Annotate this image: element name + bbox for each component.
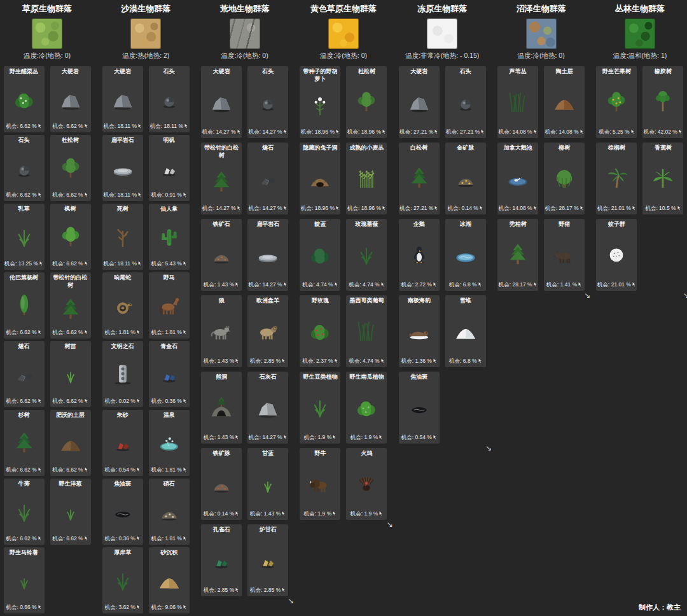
item-card[interactable]: 野生南瓜植物机会: 1.9 %: [346, 372, 387, 444]
item-card[interactable]: 大硬岩机会: 27.21 %: [399, 66, 440, 138]
item-card[interactable]: 蚊子群机会: 21.01 %: [596, 219, 637, 291]
item-card[interactable]: 雪堆机会: 6.8 %: [445, 295, 486, 367]
item-card[interactable]: 熊洞机会: 1.43 %: [201, 372, 242, 444]
item-card[interactable]: 青金石机会: 0.36 %: [149, 341, 190, 407]
item-card[interactable]: 伦巴第杨树机会: 6.62 %: [4, 272, 45, 339]
item-card[interactable]: 橡胶树机会: 42.02 %: [642, 66, 683, 138]
item-card[interactable]: 杉树机会: 6.62 %: [4, 410, 45, 476]
item-card[interactable]: 狼机会: 1.43 %: [201, 295, 242, 367]
item-card[interactable]: 野生马铃薯机会: 0.66 %: [4, 547, 45, 613]
item-card[interactable]: 扁平岩石机会: 18.11 %: [102, 135, 143, 201]
item-card[interactable]: 石头机会: 18.11 %: [149, 66, 190, 132]
item-card[interactable]: 火鸡机会: 1.9 %: [346, 448, 387, 520]
item-card[interactable]: 靛蓝机会: 4.74 %: [300, 219, 340, 291]
item-card[interactable]: 炉甘石机会: 2.85 %: [247, 524, 288, 596]
item-chance: 机会: 0.54 %: [401, 434, 432, 442]
item-card[interactable]: 墨西哥类葡萄机会: 4.74 %: [346, 295, 387, 367]
cursor-icon: [283, 205, 288, 213]
item-card[interactable]: 企鹅机会: 2.72 %: [399, 219, 440, 291]
item-card[interactable]: 乳草机会: 13.25 %: [4, 204, 45, 270]
item-card[interactable]: 野玫瑰机会: 2.37 %: [300, 295, 340, 367]
resize-handle-icon[interactable]: ↘: [387, 521, 393, 528]
item-card[interactable]: 香蕉树机会: 10.5 %: [642, 143, 683, 214]
item-card[interactable]: 野生醋栗丛机会: 6.62 %: [4, 66, 45, 132]
item-card[interactable]: 死树机会: 18.11 %: [102, 204, 143, 270]
item-card[interactable]: 甘蓝机会: 1.43 %: [247, 448, 288, 520]
item-name: 野玫瑰: [312, 297, 329, 305]
item-card[interactable]: 厚岸草机会: 3.62 %: [102, 547, 143, 613]
item-card[interactable]: 杜松树机会: 6.62 %: [50, 135, 91, 201]
item-card[interactable]: 铁矿石机会: 1.43 %: [201, 219, 242, 291]
item-card[interactable]: 棕榈树机会: 21.01 %: [596, 143, 637, 214]
item-card[interactable]: 牛蒡机会: 6.62 %: [4, 479, 45, 545]
item-card[interactable]: 焦油斑机会: 0.36 %: [102, 479, 143, 545]
item-card[interactable]: 响尾蛇机会: 1.81 %: [102, 272, 143, 339]
item-card[interactable]: 欧洲盘羊机会: 2.85 %: [247, 295, 288, 367]
item-card[interactable]: 焦油斑机会: 0.54 %: [399, 372, 440, 444]
item-card[interactable]: 扁平岩石机会: 14.27 %: [247, 219, 288, 291]
item-card[interactable]: 石灰石机会: 14.27 %: [247, 372, 288, 444]
resize-handle-icon[interactable]: ↘: [683, 291, 687, 299]
item-card[interactable]: 白松树机会: 27.21 %: [399, 143, 440, 214]
item-card[interactable]: 燧石机会: 6.62 %: [4, 341, 45, 407]
item-card[interactable]: 温泉机会: 1.81 %: [149, 410, 190, 476]
item-card[interactable]: 野生豆类植物机会: 1.9 %: [300, 372, 340, 444]
item-card[interactable]: 枫树机会: 6.62 %: [50, 204, 91, 270]
item-card[interactable]: 野马机会: 1.81 %: [149, 272, 190, 339]
item-card[interactable]: 肥沃的土层机会: 6.62 %: [50, 410, 91, 476]
item-card[interactable]: 成熟的小麦丛机会: 18.96 %: [346, 143, 387, 214]
item-name: 明矾: [163, 137, 175, 144]
item-card[interactable]: 硝石机会: 1.81 %: [149, 479, 190, 545]
item-card[interactable]: 隐藏的兔子洞机会: 18.96 %: [300, 143, 340, 214]
item-card[interactable]: 杜松树机会: 18.96 %: [346, 66, 387, 138]
item-card[interactable]: 野生芒果树机会: 5.25 %: [596, 66, 637, 138]
cursor-icon: [38, 192, 42, 199]
pine-tree-icon: [400, 152, 438, 205]
item-card[interactable]: 冰湖机会: 6.8 %: [445, 219, 486, 291]
item-card[interactable]: 野牛机会: 1.9 %: [300, 448, 340, 520]
cursor-icon: [283, 129, 288, 136]
item-card[interactable]: 金矿脉机会: 0.14 %: [445, 143, 486, 214]
item-card[interactable]: 朱砂机会: 0.54 %: [102, 410, 143, 476]
resize-handle-icon[interactable]: ↘: [485, 444, 492, 452]
item-card[interactable]: 芦苇丛机会: 14.08 %: [497, 66, 538, 138]
item-card[interactable]: 树苗机会: 6.62 %: [50, 341, 91, 407]
item-chance: 机会: 1.81 %: [151, 329, 182, 337]
item-card[interactable]: 带种子的野胡萝卜机会: 18.96 %: [300, 66, 340, 138]
item-card[interactable]: 铁矿脉机会: 0.14 %: [201, 448, 242, 520]
item-card[interactable]: 石头机会: 14.27 %: [247, 66, 288, 138]
cursor-icon: [183, 329, 187, 337]
item-card[interactable]: 大硬岩机会: 14.27 %: [201, 66, 242, 138]
item-name: 橡胶树: [655, 68, 672, 76]
item-card[interactable]: 野生洋葱机会: 6.62 %: [50, 479, 91, 545]
item-chance: 机会: 18.96 %: [301, 205, 335, 213]
item-card[interactable]: 野猪机会: 1.41 %: [544, 219, 585, 291]
item-card[interactable]: 玫瑰蔷薇机会: 4.74 %: [346, 219, 387, 291]
cursor-icon: [479, 205, 483, 213]
saltpeter-ore-icon: [150, 488, 188, 535]
item-card[interactable]: 柳树机会: 28.17 %: [544, 143, 585, 214]
item-card[interactable]: 带松针的白松树机会: 14.27 %: [201, 143, 242, 214]
resize-handle-icon[interactable]: ↘: [585, 291, 591, 299]
item-card[interactable]: 石头机会: 27.21 %: [445, 66, 486, 138]
resize-handle-icon[interactable]: ↘: [288, 597, 295, 605]
item-card[interactable]: 大硬岩机会: 6.62 %: [50, 66, 91, 132]
willow-tree-icon: [545, 152, 583, 205]
item-card[interactable]: 文明之石机会: 0.02 %: [102, 341, 143, 407]
item-card[interactable]: 南极海豹机会: 1.36 %: [399, 295, 440, 367]
item-chance: 机会: 0.36 %: [151, 398, 182, 405]
item-card[interactable]: 孔雀石机会: 2.85 %: [201, 524, 242, 596]
lapis-gem-icon: [150, 351, 188, 398]
item-card[interactable]: 陶土层机会: 14.08 %: [544, 66, 585, 138]
item-card[interactable]: 明矾机会: 0.91 %: [149, 135, 190, 201]
item-card[interactable]: 燧石机会: 14.27 %: [247, 143, 288, 214]
item-card[interactable]: 仙人掌机会: 5.43 %: [149, 204, 190, 270]
item-card[interactable]: 带松针的白松树机会: 6.62 %: [50, 272, 91, 339]
item-card[interactable]: 大硬岩机会: 18.11 %: [102, 66, 143, 132]
item-card[interactable]: 砂沉积机会: 9.06 %: [149, 547, 190, 613]
sand-mound-icon: [150, 557, 188, 604]
item-card[interactable]: 加拿大鹅池机会: 14.08 %: [497, 143, 538, 214]
item-card[interactable]: 秃柏树机会: 28.17 %: [497, 219, 538, 291]
item-chance: 机会: 6.62 %: [6, 466, 36, 474]
item-card[interactable]: 石头机会: 6.62 %: [4, 135, 45, 201]
